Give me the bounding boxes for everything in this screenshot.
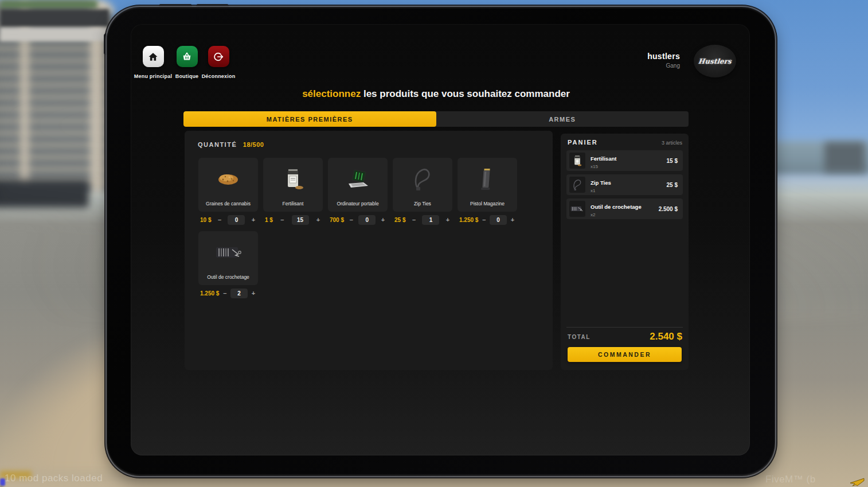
minus-button[interactable]: – (411, 216, 417, 223)
total-value: 2.540 $ (650, 331, 682, 342)
product-price: 10 $ (200, 217, 211, 223)
products-panel: QUANTITÉ 18/500 (185, 131, 553, 370)
tab-matieres-premieres[interactable]: MATIÈRES PREMIÈRES (183, 111, 436, 127)
cart-item-fertilisant: Fertilisant x15 15 $ (566, 150, 683, 171)
cart-item-price: 2.500 $ (659, 206, 678, 212)
cart-item-count: 3 articles (662, 140, 682, 146)
quantity-label: QUANTITÉ (198, 141, 237, 148)
cart-item-qty: x15 (591, 164, 667, 169)
logout-icon[interactable] (208, 46, 229, 67)
quantity-input[interactable]: 0 (358, 215, 376, 225)
cart-item-info: Fertilisant x15 (591, 153, 667, 169)
stepper-row: 10 $ – 0 + 1 $ – 15 + 700 $ – 0 (198, 215, 517, 225)
cart-title: PANIER (568, 139, 598, 146)
cart-item-name: Fertilisant (591, 155, 616, 162)
pistol-magazine-image (478, 165, 497, 193)
cart-item-info: Zip Ties x1 (591, 177, 667, 193)
stepper-row: 1.250 $ – 2 + (198, 288, 258, 298)
minus-button[interactable]: – (222, 290, 228, 297)
commander-button[interactable]: COMMANDER (568, 347, 682, 362)
org-type: Gang (647, 63, 680, 69)
product-name: Ordinateur portable (328, 201, 388, 207)
cart-item-price: 15 $ (667, 158, 678, 164)
stepper-fertilisant: 1 $ – 15 + (263, 215, 323, 225)
product-name: Pistol Magazine (458, 201, 517, 207)
plus-button[interactable]: + (315, 216, 321, 223)
cart-divider (566, 327, 683, 328)
plus-button[interactable]: + (380, 216, 386, 223)
quantity-input[interactable]: 1 (422, 215, 439, 225)
product-name: Graines de cannabis (198, 201, 258, 207)
product-price: 1.250 $ (459, 217, 478, 223)
cart-item-qty: x2 (591, 212, 659, 217)
nav-deconnexion[interactable]: Déconnexion (197, 46, 240, 79)
product-price: 25 $ (394, 217, 405, 223)
basket-icon[interactable] (177, 46, 198, 67)
cart-item-qty: x1 (591, 188, 667, 193)
product-card-magazine: Pistol Magazine (458, 158, 517, 212)
lockpick-kit-image (212, 238, 245, 267)
cart-item-zipties: Zip Ties x1 25 $ (566, 174, 683, 195)
product-price: 1.250 $ (200, 290, 219, 297)
product-row: Outil de crochetage (198, 231, 258, 285)
minus-button[interactable]: – (217, 216, 222, 223)
lockpick-kit-icon (569, 201, 585, 217)
product-price: 700 $ (330, 217, 344, 223)
cart-item-name: Outil de crochetage (591, 204, 642, 210)
quantity-input[interactable]: 15 (292, 215, 309, 225)
cannabis-seeds-image (215, 165, 241, 193)
product-card-ordinateur: Ordinateur portable (328, 158, 388, 212)
nav-label: Déconnexion (197, 73, 240, 79)
plus-button[interactable]: + (445, 216, 451, 223)
org-name: hustlers (647, 52, 680, 61)
quantity-input[interactable]: 0 (228, 215, 245, 225)
mouse-cursor-icon (847, 477, 865, 486)
product-card-crochetage: Outil de crochetage (198, 231, 258, 285)
total-label: TOTAL (568, 334, 591, 340)
fertilizer-bag-image (281, 165, 304, 193)
category-tabs: MATIÈRES PREMIÈRES ARMES (183, 111, 689, 127)
background-trees (0, 0, 97, 9)
cart-item-name: Zip Ties (591, 180, 611, 186)
stepper-graines: 10 $ – 0 + (198, 215, 258, 225)
cart-item-price: 25 $ (667, 182, 678, 188)
stepper-ordinateur: 700 $ – 0 + (328, 215, 388, 225)
quantity-header: QUANTITÉ 18/500 (198, 141, 264, 148)
quantity-input[interactable]: 2 (230, 289, 248, 298)
minus-button[interactable]: – (481, 216, 487, 223)
tablet-screen: Menu principal Boutique (131, 24, 750, 455)
background-parapet (0, 9, 109, 28)
page-title-highlight: sélectionnez (302, 88, 361, 99)
cart-panel: PANIER 3 articles Fertili (561, 134, 689, 370)
stepper-magazine: 1.250 $ – 0 + (458, 215, 517, 225)
product-row: Graines de cannabis (198, 158, 517, 212)
zip-tie-image (410, 165, 435, 193)
tab-armes[interactable]: ARMES (436, 111, 689, 127)
product-name: Fertilisant (263, 201, 323, 207)
background-wall (0, 28, 109, 41)
home-icon[interactable] (143, 46, 164, 67)
plus-button[interactable]: + (251, 290, 256, 297)
stepper-crochetage: 1.250 $ – 2 + (198, 288, 258, 298)
quantity-input[interactable]: 0 (490, 215, 507, 225)
plus-button[interactable]: + (510, 216, 515, 223)
fertilizer-bag-icon (569, 153, 585, 169)
desktop: 10 mod packs loaded FiveM™ (b Menu princ… (0, 0, 868, 487)
tablet-device: Menu principal Boutique (107, 7, 775, 476)
product-name: Zip Ties (393, 201, 452, 207)
product-price: 1 $ (265, 217, 273, 223)
product-card-zipties: Zip Ties (393, 158, 452, 212)
plus-button[interactable]: + (251, 216, 256, 223)
organization-header: hustlers Gang (647, 52, 680, 69)
zip-tie-icon (569, 177, 585, 193)
minus-button[interactable]: – (279, 216, 285, 223)
product-name: Outil de crochetage (198, 274, 258, 280)
stepper-zipties: 25 $ – 1 + (393, 215, 452, 225)
cart-header: PANIER 3 articles (568, 139, 682, 146)
fivem-build-text: FiveM™ (b (765, 474, 816, 485)
product-card-graines: Graines de cannabis (198, 158, 258, 212)
cart-item-info: Outil de crochetage x2 (591, 201, 659, 217)
laptop-image (343, 165, 373, 193)
page-title: sélectionnez les produits que vous souha… (183, 88, 689, 100)
minus-button[interactable]: – (349, 216, 354, 223)
